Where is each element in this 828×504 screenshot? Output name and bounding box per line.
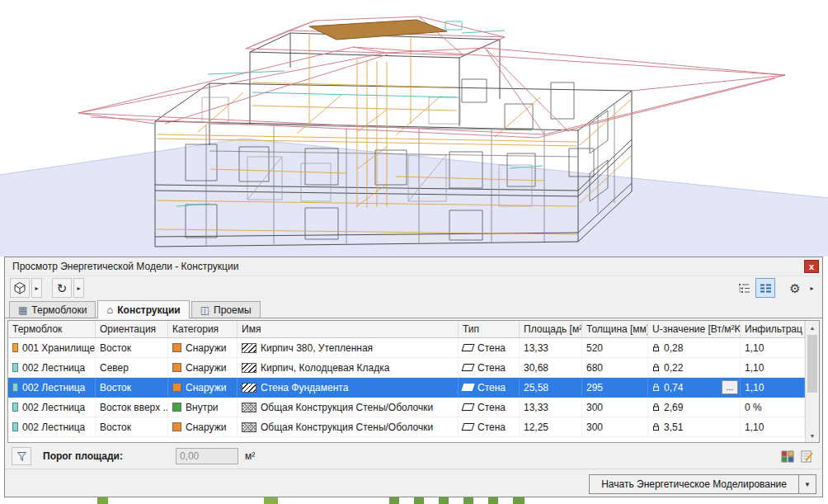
- table-header: Термоблок Ориентация Категория Имя Тип П…: [8, 321, 805, 338]
- col-orientation[interactable]: Ориентация: [96, 321, 168, 337]
- list-view-icon: [760, 283, 772, 294]
- material-hatch-icon: [242, 383, 256, 393]
- orientation-label: Восток: [100, 422, 131, 433]
- thickness-value: 680: [586, 362, 603, 374]
- name-cell: Общая Конструкция Стены/Оболочки: [238, 417, 459, 436]
- settings-button[interactable]: ⚙: [785, 278, 805, 298]
- refresh-icon: ↻: [57, 282, 68, 294]
- type-cell: Стена: [459, 338, 520, 357]
- col-type[interactable]: Тип: [459, 321, 520, 337]
- scrollbar-thumb[interactable]: [807, 335, 817, 393]
- show-in-3d-dropdown-button[interactable]: ▸: [31, 278, 42, 298]
- settings-dropdown-button[interactable]: ▸: [807, 278, 817, 298]
- start-simulation-group: Начать Энергетическое Моделирование ▼: [589, 474, 816, 494]
- background-fragment: [414, 497, 424, 504]
- col-thickness[interactable]: Толщина [мм]: [582, 321, 648, 337]
- infiltration-value: 1,10: [745, 342, 764, 354]
- filter-button[interactable]: [12, 447, 31, 465]
- infiltration-cell: 1,10: [741, 417, 805, 436]
- table-row[interactable]: 002 Лестница Восток вверх ... Внутри Общ…: [8, 398, 805, 417]
- col-u-value[interactable]: U-значение [Вт/м²K]: [648, 321, 741, 337]
- u-value-cell: 2,69: [648, 398, 741, 417]
- u-value-cell: 0,22: [648, 358, 741, 377]
- funnel-icon: [16, 451, 27, 462]
- background-fragment: [389, 497, 399, 504]
- background-fragment: [488, 497, 498, 504]
- cube-3d-icon: [13, 281, 26, 294]
- list-view-button[interactable]: [755, 278, 775, 298]
- category-label: Внутри: [186, 402, 219, 413]
- table-row[interactable]: 002 Лестница Север Снаружи Кирпич, Колод…: [8, 358, 805, 378]
- archicad-screen: { "window": { "title": "Просмотр Энергет…: [0, 0, 828, 504]
- color-legend-button[interactable]: [779, 448, 796, 465]
- start-simulation-dropdown-button[interactable]: ▼: [798, 474, 816, 494]
- area-threshold-input[interactable]: [176, 448, 238, 464]
- infiltration-cell: 1,10: [741, 378, 805, 397]
- col-thermoblock[interactable]: Термоблок: [8, 321, 96, 337]
- col-area[interactable]: Площадь [м²]: [520, 321, 582, 337]
- update-model-dropdown-button[interactable]: ▸: [73, 278, 84, 298]
- category-label: Снаружи: [186, 382, 226, 393]
- type-label: Стена: [478, 382, 506, 393]
- u-value: 2,69: [664, 402, 683, 413]
- col-name[interactable]: Имя: [238, 321, 459, 337]
- col-infiltration[interactable]: Инфильтрац: [741, 321, 805, 337]
- category-color-swatch: [172, 343, 181, 352]
- area-value: 13,33: [524, 402, 548, 413]
- name-cell: Кирпич, Колодцевая Кладка: [238, 358, 459, 377]
- table-row-selected[interactable]: 002 Лестница Восток Снаружи Стена Фундам…: [8, 378, 805, 398]
- type-cell: Стена: [459, 398, 520, 417]
- background-fragment: [463, 497, 473, 504]
- color-legend-icon: [781, 450, 794, 463]
- area-value: 25,58: [524, 382, 548, 393]
- area-value: 13,33: [524, 342, 548, 354]
- thermoblock-label: 001 Хранилище: [22, 342, 95, 354]
- gear-icon: ⚙: [789, 282, 800, 294]
- edit-list-button[interactable]: [798, 448, 816, 465]
- thickness-value: 520: [586, 342, 603, 354]
- close-button[interactable]: x: [804, 260, 819, 273]
- name-cell: Кирпич 380, Утепленная: [238, 338, 459, 357]
- type-label: Стена: [478, 362, 506, 374]
- background-fragment: [513, 497, 525, 504]
- tab-structures[interactable]: ⌂ Конструкции: [97, 300, 189, 318]
- orientation-cell: Восток вверх ...: [96, 398, 168, 417]
- thickness-value: 295: [586, 382, 603, 393]
- type-label: Стена: [478, 342, 506, 354]
- dialog-titlebar[interactable]: Просмотр Энергетической Модели - Констру…: [5, 257, 822, 276]
- category-label: Снаружи: [186, 422, 226, 433]
- category-label: Снаружи: [186, 342, 226, 354]
- edit-composite-button[interactable]: ...: [722, 380, 738, 394]
- table-row[interactable]: 001 Хранилище Восток Снаружи Кирпич 380,…: [8, 338, 805, 358]
- edit-pencil-icon: [801, 450, 814, 463]
- type-label: Стена: [478, 402, 506, 413]
- tab-thermal-blocks[interactable]: ▦ Термоблоки: [9, 301, 96, 318]
- infiltration-cell: 1,10: [741, 358, 805, 377]
- toolbar-left-group: ▸ ↻ ▸: [10, 278, 84, 298]
- table-row[interactable]: 002 Лестница Восток Снаружи Общая Констр…: [8, 417, 805, 437]
- 3d-model-view[interactable]: [0, 0, 828, 257]
- thickness-cell: 680: [582, 358, 648, 377]
- thickness-value: 300: [586, 402, 603, 413]
- vertical-scrollbar[interactable]: ▲ ▼: [805, 321, 819, 442]
- material-hatch-icon: [242, 422, 256, 432]
- tree-view-button[interactable]: [734, 278, 754, 298]
- tab-openings[interactable]: ◫ Проемы: [191, 301, 261, 318]
- building-wireframe-graphic: [0, 0, 828, 257]
- wall-type-icon: [462, 403, 475, 411]
- scrollbar-track[interactable]: [806, 393, 819, 429]
- toolbar-right-group: ⚙ ▸: [734, 278, 817, 298]
- orientation-label: Восток: [100, 342, 131, 354]
- start-simulation-button[interactable]: Начать Энергетическое Моделирование: [589, 474, 799, 494]
- scroll-down-button[interactable]: ▼: [806, 429, 819, 442]
- update-model-button[interactable]: ↻: [52, 278, 72, 298]
- scroll-up-button[interactable]: ▲: [806, 321, 819, 334]
- show-in-3d-button[interactable]: [10, 278, 30, 298]
- background-window-sliver: [0, 497, 828, 504]
- area-threshold-label: Порог площади:: [43, 450, 123, 462]
- table-grid: Термоблок Ориентация Категория Имя Тип П…: [8, 321, 805, 442]
- category-color-swatch: [172, 363, 181, 372]
- col-category[interactable]: Категория: [168, 321, 238, 337]
- u-value: 3,51: [664, 422, 683, 433]
- thermoblock-color-swatch: [12, 343, 18, 352]
